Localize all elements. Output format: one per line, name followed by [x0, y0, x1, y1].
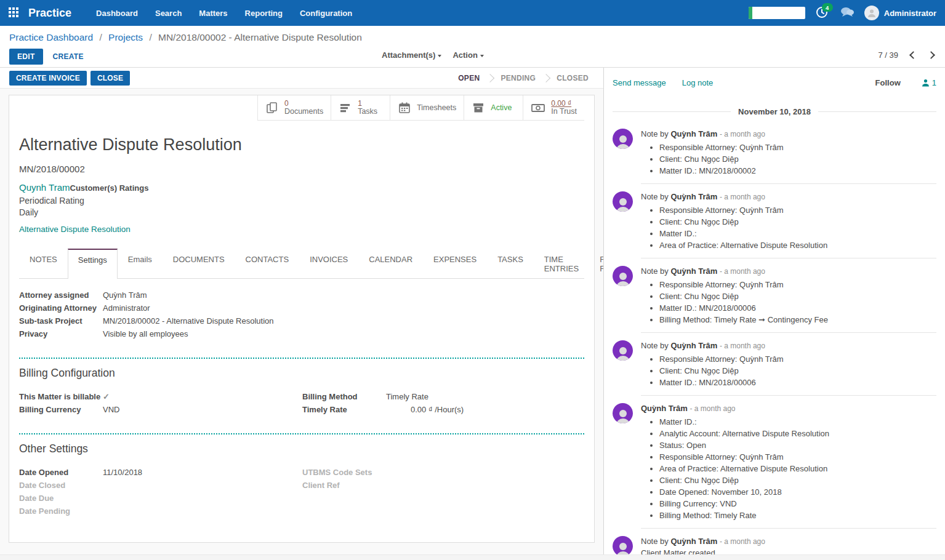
message-timestamp: - a month ago: [720, 342, 765, 350]
followers-counter[interactable]: 1: [922, 78, 936, 87]
activity-clock-icon[interactable]: 4: [815, 6, 830, 20]
privacy-value: Visible by all employees: [103, 327, 188, 340]
status-closed[interactable]: CLOSED: [548, 74, 597, 82]
breadcrumb-practice-dashboard[interactable]: Practice Dashboard: [9, 32, 93, 42]
documents-stat-button[interactable]: 0Documents: [257, 95, 331, 120]
tab-time-entries[interactable]: TIME ENTRIES: [534, 249, 589, 279]
record-dropdowns: Attachment(s) Action: [382, 50, 484, 60]
timely-rate-value: 0.00 ₫ /Hour(s): [386, 403, 464, 416]
edit-button[interactable]: EDIT: [9, 49, 43, 65]
message-author[interactable]: Quỳnh Trâm: [670, 537, 717, 546]
tab-documents[interactable]: DOCUMENTS: [163, 249, 235, 279]
field-utbms-code-sets: UTBMS Code Sets: [302, 466, 584, 479]
stat-button-box: 0Documents 1Tasks Timesheets Active: [19, 95, 584, 121]
timesheet-timer-widget[interactable]: [749, 7, 805, 19]
status-pending[interactable]: PENDING: [492, 74, 544, 82]
nav-item-configuration[interactable]: Configuration: [300, 9, 352, 18]
field-timely-rate: Timely Rate 0.00 ₫ /Hour(s): [302, 403, 584, 416]
status-open[interactable]: OPEN: [449, 74, 488, 82]
nav-item-search[interactable]: Search: [155, 9, 182, 18]
activity-count-badge: 4: [822, 3, 833, 12]
pager-previous-icon[interactable]: [909, 51, 917, 59]
originating-attorney-link[interactable]: Administrator: [103, 302, 150, 314]
log-note-button[interactable]: Log note: [682, 78, 714, 87]
tab-expenses[interactable]: EXPENSES: [423, 249, 487, 279]
message-author[interactable]: Quỳnh Trâm: [641, 404, 688, 413]
form-statusbar: CREATE INVOICE CLOSE OPEN PENDING CLOSED: [0, 68, 603, 89]
breadcrumb-separator: /: [149, 32, 151, 42]
message-author[interactable]: Quỳnh Trâm: [670, 341, 717, 350]
timesheets-stat-button[interactable]: Timesheets: [390, 95, 464, 120]
nav-item-matters[interactable]: Matters: [199, 9, 227, 18]
subtask-project-link[interactable]: MN/2018/00002 - Alternative Dispute Reso…: [103, 314, 274, 327]
messages-icon[interactable]: [840, 6, 855, 20]
close-matter-button[interactable]: CLOSE: [90, 71, 130, 86]
chatter-toolbar: Send message Log note Follow 1: [613, 74, 936, 91]
form-view: CREATE INVOICE CLOSE OPEN PENDING CLOSED: [0, 68, 604, 560]
horizontal-scrollbar[interactable]: [0, 554, 945, 560]
in-trust-stat-button[interactable]: 0.00 ₫In Trust: [523, 95, 584, 120]
status-widget: OPEN PENDING CLOSED: [449, 68, 597, 88]
field-date-opened: Date Opened 11/10/2018: [19, 466, 302, 479]
banknote-icon: [531, 101, 545, 114]
field-originating-attorney: Originating Attorney Administrator: [19, 302, 584, 314]
other-settings-title: Other Settings: [19, 442, 584, 455]
matter-reference: MN/2018/00002: [19, 164, 584, 174]
message-author[interactable]: Quỳnh Trâm: [670, 192, 717, 201]
tab-settings[interactable]: Settings: [68, 249, 118, 279]
billing-currency-link[interactable]: VND: [103, 403, 119, 416]
nav-item-reporting[interactable]: Reporting: [245, 9, 283, 18]
attorney-assigned-link[interactable]: Quỳnh Trâm: [103, 289, 147, 302]
field-subtask-project: Sub-task Project MN/2018/00002 - Alterna…: [19, 314, 584, 327]
tab-tasks[interactable]: TASKS: [487, 249, 534, 279]
form-sheet: 0Documents 1Tasks Timesheets Active: [9, 95, 595, 543]
chevron-down-icon: [480, 55, 484, 57]
field-date-due: Date Due: [19, 492, 302, 505]
tab-invoices[interactable]: INVOICES: [299, 249, 358, 279]
attachment-dropdown[interactable]: Attachment(s): [382, 50, 441, 60]
app-brand[interactable]: Practice: [28, 7, 71, 20]
client-link[interactable]: Quynh Tram: [19, 182, 70, 193]
user-name: Administrator: [884, 9, 936, 18]
field-date-closed: Date Closed: [19, 479, 302, 492]
message-author[interactable]: Quỳnh Trâm: [670, 266, 717, 276]
action-dropdown[interactable]: Action: [452, 50, 483, 60]
tasks-stat-button[interactable]: 1Tasks: [331, 95, 390, 120]
nav-item-dashboard[interactable]: Dashboard: [96, 9, 138, 18]
area-of-practice-link[interactable]: Alternative Dispute Resolution: [19, 225, 584, 234]
billable-checkbox[interactable]: ✓: [103, 390, 110, 403]
active-stat-button[interactable]: Active: [464, 95, 523, 120]
chatter-message: Note by Quỳnh Trâm - a month ago Respons…: [613, 266, 936, 339]
rating-frequency: Daily: [19, 207, 584, 217]
tab-emails[interactable]: Emails: [118, 249, 163, 279]
settings-fields: Attorney assigned Quỳnh Trâm Originating…: [19, 289, 584, 340]
message-thread: Note by Quỳnh Trâm - a month ago Respons…: [613, 129, 936, 560]
message-author[interactable]: Quỳnh Trâm: [670, 129, 717, 138]
billing-configuration-section: Billing Configuration This Matter is bil…: [19, 358, 584, 416]
create-button[interactable]: CREATE: [49, 49, 87, 65]
field-billing-currency: Billing Currency VND: [19, 403, 302, 416]
archive-box-icon: [472, 101, 485, 114]
tab-flat-fees[interactable]: FLAT FEES: [589, 249, 604, 279]
author-avatar: [613, 403, 633, 423]
apps-menu-icon[interactable]: [9, 7, 20, 18]
send-message-button[interactable]: Send message: [613, 78, 666, 87]
breadcrumb-separator: /: [99, 32, 102, 42]
follower-count: 1: [932, 78, 936, 87]
tab-notes[interactable]: NOTES: [19, 249, 68, 279]
create-invoice-button[interactable]: CREATE INVOICE: [9, 71, 87, 86]
calendar-icon: [398, 101, 411, 114]
field-billable: This Matter is billable ✓: [19, 390, 302, 403]
tab-contacts[interactable]: CONTACTS: [235, 249, 300, 279]
pager-value[interactable]: 7 / 39: [878, 50, 898, 60]
nav-menu: Dashboard Search Matters Reporting Confi…: [96, 9, 352, 18]
follow-button[interactable]: Follow: [875, 78, 901, 87]
breadcrumb-projects[interactable]: Projects: [108, 32, 143, 42]
tab-calendar[interactable]: CALENDAR: [358, 249, 423, 279]
message-timestamp: - a month ago: [690, 404, 735, 413]
user-menu[interactable]: Administrator: [864, 6, 936, 20]
pager-next-icon[interactable]: [927, 51, 935, 59]
author-avatar: [613, 536, 633, 556]
notebook-tabs: NOTES Settings Emails DOCUMENTS CONTACTS…: [19, 248, 584, 279]
user-avatar: [864, 6, 879, 20]
